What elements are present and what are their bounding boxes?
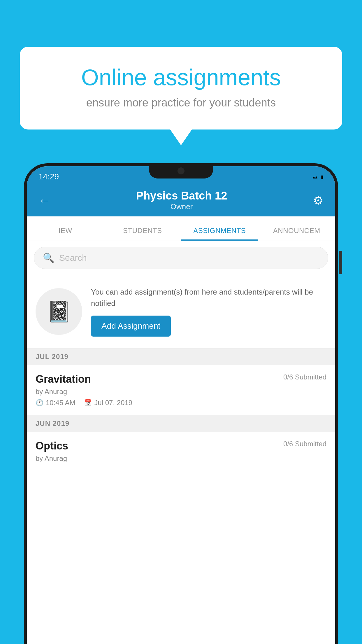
assignment-item-optics[interactable]: Optics 0/6 Submitted by Anurag (27, 432, 335, 474)
assignment-meta-gravitation: 🕐 10:45 AM 📅 Jul 07, 2019 (36, 399, 326, 407)
assignment-date-gravitation: 📅 Jul 07, 2019 (84, 399, 132, 407)
status-time: 14:29 (38, 172, 59, 181)
search-input-placeholder[interactable]: Search (59, 253, 87, 263)
header-subtitle: Owner (136, 202, 227, 211)
speech-bubble-title: Online assignments (43, 64, 319, 91)
status-icons: ▴▴ ▮ (313, 174, 324, 180)
speech-bubble-subtitle: ensure more practice for your students (43, 97, 319, 109)
section-header-jun: JUN 2019 (27, 415, 335, 432)
tab-bar: IEW STUDENTS ASSIGNMENTS ANNOUNCEM (27, 216, 335, 241)
phone-screen: 14:29 ▴▴ ▮ ← Physics Batch 12 Owner ⚙ IE… (27, 166, 335, 644)
header-title: Physics Batch 12 (136, 190, 227, 202)
phone-side-button-right (339, 251, 342, 274)
app-header: ← Physics Batch 12 Owner ⚙ (27, 184, 335, 216)
calendar-icon: 📅 (84, 399, 92, 407)
back-button[interactable]: ← (38, 194, 50, 207)
tab-students[interactable]: STUDENTS (104, 227, 181, 241)
add-assignment-section: 📓 You can add assignment(s) from here an… (27, 275, 335, 349)
add-assignment-button[interactable]: Add Assignment (91, 316, 171, 337)
assignment-info: You can add assignment(s) from here and … (91, 286, 326, 337)
search-bar[interactable]: 🔍 Search (34, 247, 328, 269)
assignment-icon-circle: 📓 (36, 288, 82, 335)
search-icon: 🔍 (43, 252, 55, 263)
assignment-item-gravitation[interactable]: Gravitation 0/6 Submitted by Anurag 🕐 10… (27, 365, 335, 415)
date-value-gravitation: Jul 07, 2019 (94, 399, 132, 407)
assignment-name-optics: Optics (36, 440, 68, 452)
submitted-count-optics: 0/6 Submitted (283, 440, 326, 448)
notebook-icon: 📓 (46, 300, 72, 323)
assignment-item-top: Gravitation 0/6 Submitted (36, 373, 326, 385)
section-header-jul: JUL 2019 (27, 349, 335, 365)
phone-notch (149, 163, 213, 178)
assignment-description: You can add assignment(s) from here and … (91, 286, 326, 309)
wifi-icon: ▴▴ (313, 174, 317, 180)
assignment-author-gravitation: by Anurag (36, 388, 326, 396)
submitted-count-gravitation: 0/6 Submitted (283, 373, 326, 381)
tab-assignments[interactable]: ASSIGNMENTS (181, 227, 258, 241)
assignment-item-top-optics: Optics 0/6 Submitted (36, 440, 326, 452)
time-value-gravitation: 10:45 AM (46, 399, 75, 407)
battery-icon: ▮ (321, 174, 324, 180)
phone-camera (178, 167, 184, 174)
clock-icon: 🕐 (36, 399, 43, 407)
speech-bubble-container: Online assignments ensure more practice … (20, 47, 342, 130)
assignment-author-optics: by Anurag (36, 454, 326, 463)
assignment-name-gravitation: Gravitation (36, 373, 91, 385)
tab-announcements[interactable]: ANNOUNCEM (258, 227, 335, 241)
speech-bubble: Online assignments ensure more practice … (20, 47, 342, 130)
phone-frame: 14:29 ▴▴ ▮ ← Physics Batch 12 Owner ⚙ IE… (24, 163, 338, 644)
search-container: 🔍 Search (27, 241, 335, 275)
assignment-time-gravitation: 🕐 10:45 AM (36, 399, 75, 407)
settings-icon[interactable]: ⚙ (313, 194, 324, 207)
header-title-area: Physics Batch 12 Owner (136, 190, 227, 211)
tab-iew[interactable]: IEW (27, 227, 104, 241)
